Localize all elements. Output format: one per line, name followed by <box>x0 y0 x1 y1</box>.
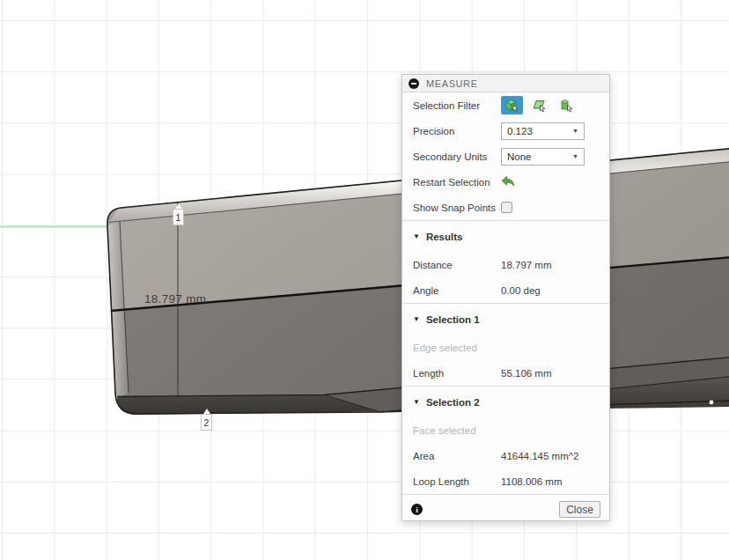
precision-label: Precision <box>413 126 501 136</box>
precision-row: Precision 0.123 ▼ <box>402 118 609 144</box>
undo-arrow-icon <box>501 175 516 188</box>
measure-dialog: MEASURE Selection Filter <box>401 74 610 521</box>
restart-selection-row: Restart Selection <box>402 169 609 195</box>
distance-value: 18.797 mm <box>501 260 552 270</box>
dialog-title: MEASURE <box>426 78 478 89</box>
selection-marker-2: 2 <box>201 409 212 431</box>
model-3d-view[interactable] <box>0 0 729 560</box>
precision-dropdown[interactable]: 0.123 ▼ <box>501 122 585 140</box>
select-solid-filter-button[interactable] <box>501 96 523 114</box>
chevron-down-icon: ▼ <box>572 128 578 134</box>
secondary-units-dropdown[interactable]: None ▼ <box>501 148 585 166</box>
selection2-status: Face selected <box>402 417 609 443</box>
loop-length-label: Loop Length <box>413 476 501 487</box>
dialog-footer: i Close <box>402 494 609 524</box>
snap-point-dot <box>710 401 714 405</box>
selection2-header-label: Selection 2 <box>426 397 480 408</box>
restart-selection-button[interactable] <box>501 174 519 190</box>
selection2-section-header[interactable]: ▼ Selection 2 <box>402 387 609 417</box>
select-face-filter-button[interactable] <box>528 96 550 114</box>
selection-filter-row: Selection Filter <box>402 92 609 118</box>
select-face-icon <box>532 98 547 113</box>
selection-marker-1: 1 <box>173 203 184 225</box>
distance-row: Distance 18.797 mm <box>402 252 609 277</box>
selection1-header-label: Selection 1 <box>426 314 480 325</box>
marker-label: 2 <box>201 414 212 431</box>
selection-filter-label: Selection Filter <box>413 100 501 111</box>
select-body-icon <box>559 98 574 113</box>
selection1-section-header[interactable]: ▼ Selection 1 <box>402 304 609 335</box>
length-row: Length 55.106 mm <box>402 360 609 386</box>
marker-label: 1 <box>173 209 184 225</box>
collapse-icon[interactable] <box>409 78 419 89</box>
angle-label: Angle <box>413 285 501 296</box>
results-header-label: Results <box>426 232 463 242</box>
show-snap-points-label: Show Snap Points <box>413 203 501 213</box>
area-label: Area <box>413 451 501 461</box>
triangle-collapse-icon: ▼ <box>413 315 420 323</box>
show-snap-points-checkbox[interactable] <box>501 202 512 213</box>
info-icon[interactable]: i <box>411 504 423 515</box>
selection-filter-group <box>501 96 578 114</box>
angle-row: Angle 0.00 deg <box>402 277 609 303</box>
loop-length-value: 1108.006 mm <box>501 476 562 487</box>
selection1-status: Edge selected <box>402 335 609 360</box>
chevron-down-icon: ▼ <box>572 153 578 159</box>
restart-selection-label: Restart Selection <box>413 177 501 188</box>
distance-label: Distance <box>413 260 501 270</box>
triangle-collapse-icon: ▼ <box>413 232 420 240</box>
close-button[interactable]: Close <box>559 501 600 518</box>
distance-annotation: 18.797 mm <box>144 292 206 306</box>
triangle-collapse-icon: ▼ <box>413 398 420 406</box>
dialog-header[interactable]: MEASURE <box>402 75 609 92</box>
length-value: 55.106 mm <box>501 368 552 379</box>
loop-length-row: Loop Length 1108.006 mm <box>402 468 609 494</box>
select-solid-icon <box>504 98 519 113</box>
angle-value: 0.00 deg <box>501 285 541 296</box>
area-row: Area 41644.145 mm^2 <box>402 443 609 468</box>
secondary-units-value: None <box>507 151 572 162</box>
secondary-units-row: Secondary Units None ▼ <box>402 144 609 169</box>
select-body-filter-button[interactable] <box>556 96 578 114</box>
show-snap-points-row: Show Snap Points <box>402 195 609 220</box>
length-label: Length <box>413 368 501 379</box>
cad-viewport[interactable]: 18.797 mm 1 2 MEASURE Selection Filter <box>0 0 729 560</box>
secondary-units-label: Secondary Units <box>413 151 501 162</box>
results-section-header[interactable]: ▼ Results <box>402 221 609 252</box>
precision-value: 0.123 <box>507 126 572 136</box>
area-value: 41644.145 mm^2 <box>501 451 579 461</box>
